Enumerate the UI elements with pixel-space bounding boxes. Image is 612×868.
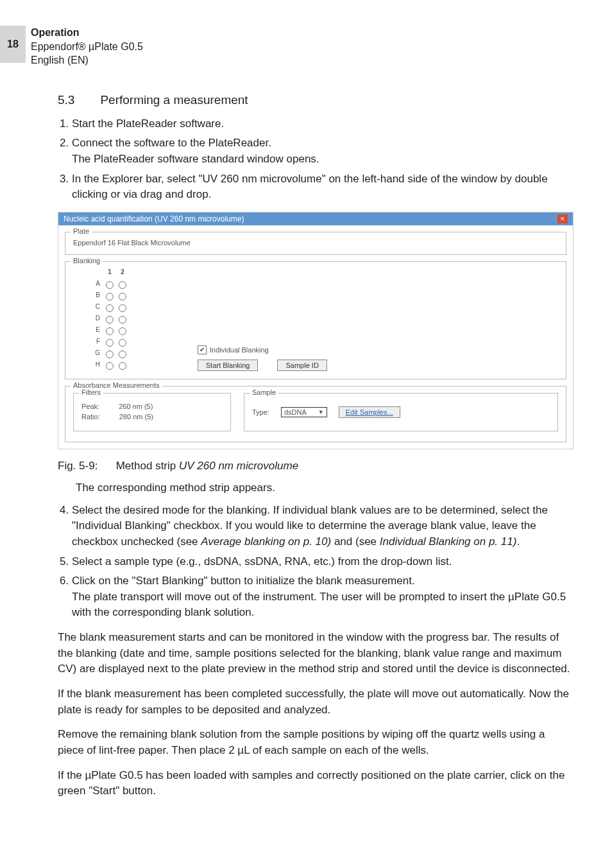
start-blanking-button[interactable]: Start Blanking bbox=[198, 360, 258, 371]
plate-grid: 1 2 A B C D E F G H bbox=[92, 268, 127, 371]
type-label: Type: bbox=[252, 408, 269, 416]
individual-blanking-checkbox[interactable]: ✔ Individual Blanking bbox=[198, 345, 327, 354]
header-section: Operation bbox=[31, 26, 143, 40]
window-title: Nucleic acid quantification (UV 260 nm m… bbox=[64, 214, 244, 223]
para-4: If the µPlate G0.5 has been loaded with … bbox=[58, 768, 574, 799]
filters-panel: Filters Peak: 260 nm (5) Ratio: 280 nm (… bbox=[73, 393, 231, 431]
row-f: F bbox=[92, 338, 101, 348]
ratio-label: Ratio: bbox=[81, 413, 100, 421]
well[interactable] bbox=[119, 281, 126, 289]
well[interactable] bbox=[119, 339, 126, 347]
steps-list-b: Select the desired mode for the blanking… bbox=[58, 503, 574, 621]
well[interactable] bbox=[119, 327, 126, 335]
step-1: Start the PlateReader software. bbox=[72, 116, 574, 132]
step-3: In the Explorer bar, select "UV 260 nm m… bbox=[72, 171, 574, 203]
row-a: A bbox=[92, 280, 101, 290]
checkbox-icon: ✔ bbox=[198, 345, 207, 354]
sample-id-button[interactable]: Sample ID bbox=[277, 360, 327, 371]
step-4: Select the desired mode for the blanking… bbox=[72, 503, 574, 550]
para-1: The blank measurement starts and can be … bbox=[58, 630, 574, 677]
software-window: Nucleic acid quantification (UV 260 nm m… bbox=[58, 212, 574, 449]
header-text: Operation Eppendorf® µPlate G0.5 English… bbox=[31, 26, 143, 67]
well[interactable] bbox=[106, 316, 114, 324]
plate-panel-label: Plate bbox=[71, 227, 92, 235]
steps-list-a: Start the PlateReader software. Connect … bbox=[58, 116, 574, 203]
col-1: 1 bbox=[105, 268, 114, 279]
absorbance-panel: Absorbance Measurements Filters Peak: 26… bbox=[65, 386, 566, 442]
fig-text: Method strip bbox=[116, 460, 179, 472]
row-h: H bbox=[92, 361, 101, 371]
close-icon[interactable]: ✕ bbox=[557, 214, 568, 223]
section-number: 5.3 bbox=[58, 93, 74, 107]
window-titlebar: Nucleic acid quantification (UV 260 nm m… bbox=[58, 213, 573, 225]
para-2: If the blank measurement has been comple… bbox=[58, 686, 574, 718]
section-heading: 5.3 Performing a measurement bbox=[58, 93, 574, 107]
fig-num: Fig. 5-9: bbox=[58, 460, 98, 472]
blanking-panel-label: Blanking bbox=[71, 257, 103, 265]
plate-panel: Plate Eppendorf 16 Flat Black Microvolum… bbox=[65, 232, 566, 255]
well[interactable] bbox=[106, 293, 114, 300]
para-3: Remove the remaining blank solution from… bbox=[58, 727, 574, 758]
row-e: E bbox=[92, 326, 101, 336]
row-b: B bbox=[92, 291, 101, 302]
well[interactable] bbox=[106, 339, 114, 347]
ratio-value: 280 nm (5) bbox=[119, 413, 153, 421]
blanking-panel: Blanking 1 2 A B C D E F G H ✔ bbox=[65, 261, 566, 379]
step-5: Select a sample type (e.g., dsDNA, ssDNA… bbox=[72, 554, 574, 570]
step-2: Connect the software to the PlateReader.… bbox=[72, 135, 574, 167]
well[interactable] bbox=[119, 316, 126, 324]
col-2: 2 bbox=[118, 268, 127, 279]
well[interactable] bbox=[106, 281, 114, 289]
fig-italic: UV 260 nm microvolume bbox=[179, 460, 298, 472]
peak-label: Peak: bbox=[81, 403, 99, 410]
well[interactable] bbox=[106, 362, 114, 370]
header-lang: English (EN) bbox=[31, 53, 143, 67]
chevron-down-icon: ▼ bbox=[318, 409, 324, 415]
well[interactable] bbox=[119, 293, 126, 300]
peak-value: 260 nm (5) bbox=[119, 403, 153, 410]
edit-samples-button[interactable]: Edit Samples... bbox=[339, 406, 400, 418]
filters-label: Filters bbox=[79, 388, 103, 396]
header-product: Eppendorf® µPlate G0.5 bbox=[31, 40, 143, 54]
type-value: dsDNA bbox=[284, 408, 307, 416]
well[interactable] bbox=[106, 327, 114, 335]
well[interactable] bbox=[106, 351, 114, 358]
row-g: G bbox=[92, 349, 101, 360]
well[interactable] bbox=[106, 304, 114, 312]
row-d: D bbox=[92, 315, 101, 325]
page-header: 18 Operation Eppendorf® µPlate G0.5 Engl… bbox=[0, 26, 574, 67]
sample-panel-label: Sample bbox=[250, 388, 278, 396]
type-dropdown[interactable]: dsDNA ▼ bbox=[281, 407, 327, 417]
row-c: C bbox=[92, 303, 101, 313]
step-6: Click on the "Start Blanking" button to … bbox=[72, 573, 574, 621]
well[interactable] bbox=[119, 351, 126, 358]
checkbox-label: Individual Blanking bbox=[210, 346, 269, 354]
plate-value: Eppendorf 16 Flat Black Microvolume bbox=[73, 239, 558, 247]
well[interactable] bbox=[119, 362, 126, 370]
sample-panel: Sample Type: dsDNA ▼ Edit Samples... bbox=[244, 393, 558, 431]
well[interactable] bbox=[119, 304, 126, 312]
post-fig-text: The corresponding method strip appears. bbox=[76, 480, 574, 496]
section-title: Performing a measurement bbox=[100, 93, 248, 107]
page-number: 18 bbox=[0, 26, 26, 63]
figure-caption: Fig. 5-9: Method strip UV 260 nm microvo… bbox=[58, 460, 574, 473]
